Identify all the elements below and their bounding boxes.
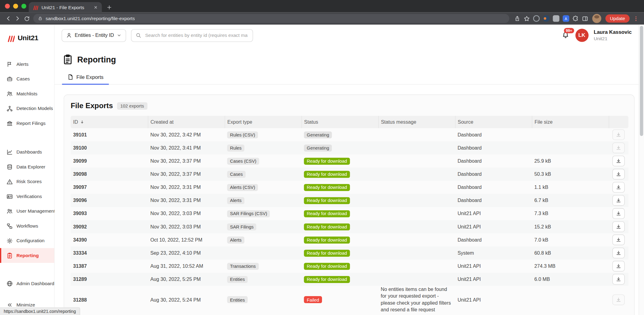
user-info[interactable]: Laura Kassovic Unit21 — [594, 29, 632, 41]
download-button[interactable] — [612, 261, 625, 271]
sidebar-item-alerts[interactable]: Alerts — [0, 57, 54, 72]
export-type-badge: Alerts — [227, 236, 245, 243]
sidebar-item-detection-models[interactable]: Detection Models — [0, 101, 54, 116]
sidebar-item-admin-dashboard[interactable]: Admin Dashboard — [0, 276, 54, 291]
tab-file-exports[interactable]: File Exports — [62, 71, 109, 84]
cell-file-size: 6.7 kB — [532, 194, 609, 207]
browser-menu-button[interactable] — [631, 13, 641, 23]
download-button[interactable] — [612, 235, 625, 245]
sidebar-item-configuration[interactable]: Configuration — [0, 233, 54, 248]
download-icon — [616, 237, 621, 243]
download-button[interactable] — [612, 182, 625, 193]
download-icon — [564, 16, 568, 20]
share-button[interactable] — [512, 13, 522, 23]
download-button[interactable] — [612, 169, 625, 179]
page-scrollbar[interactable] — [639, 25, 644, 315]
download-button[interactable] — [612, 274, 625, 285]
reload-button[interactable] — [22, 13, 32, 23]
cell-created-at: Nov 30, 2022, 3:03 PM — [148, 220, 225, 233]
extension-icon[interactable] — [563, 15, 569, 22]
sidebar-item-workflows[interactable]: Workflows — [0, 218, 54, 233]
export-type-badge: Alerts — [227, 197, 245, 204]
zoom-window-button[interactable] — [21, 4, 26, 9]
close-window-button[interactable] — [5, 4, 10, 9]
cell-created-at: Nov 30, 2022, 3:31 PM — [148, 194, 225, 207]
plus-icon — [106, 5, 112, 10]
file-exports-table: IDCreated atExport typeStatusStatus mess… — [71, 116, 628, 313]
cell-created-at: Nov 30, 2022, 3:03 PM — [148, 207, 225, 220]
sidebar-item-report-filings[interactable]: Report Filings — [0, 116, 54, 131]
sidebar-item-cases[interactable]: Cases — [0, 72, 54, 87]
cell-id: 39093 — [71, 207, 148, 220]
extension-icon[interactable] — [533, 15, 540, 22]
sidebar-item-label: Detection Models — [16, 106, 53, 111]
data-icon — [7, 164, 13, 170]
download-button[interactable] — [612, 156, 625, 166]
user-org: Unit21 — [594, 36, 632, 41]
entity-filter-dropdown[interactable]: Entities - Entity ID — [62, 29, 126, 42]
scrollbar-thumb[interactable] — [640, 26, 643, 136]
cell-status-message — [378, 128, 455, 141]
cell-id: 31288 — [71, 286, 148, 313]
export-type-badge: Entities — [227, 296, 248, 303]
browser-tab[interactable]: Unit21 - File Exports — [29, 2, 102, 12]
extensions-menu-button[interactable] — [571, 13, 580, 23]
main-area: Entities - Entity ID 99+ LK Laura Kassov… — [55, 25, 644, 315]
new-tab-button[interactable] — [105, 3, 114, 12]
cell-actions — [609, 273, 628, 286]
browser-profile-avatar[interactable] — [592, 14, 601, 23]
extension-icon[interactable] — [543, 15, 550, 22]
forward-button[interactable] — [13, 13, 22, 23]
cell-status: Ready for download — [302, 194, 378, 207]
update-button[interactable]: Update — [605, 14, 630, 23]
address-bar[interactable]: sandbox1.unit21.com/reporting/file-expor… — [33, 14, 509, 23]
download-button[interactable] — [612, 248, 625, 258]
cell-export-type: Alerts — [225, 233, 301, 246]
gear-icon — [7, 238, 13, 244]
exports-count-badge: 102 exports — [117, 102, 147, 109]
cell-actions — [609, 220, 628, 233]
reload-icon — [24, 16, 30, 22]
search-input[interactable] — [144, 33, 249, 38]
unit21-logo[interactable]: Unit21 — [7, 33, 54, 44]
notifications-button[interactable]: 99+ — [562, 31, 570, 39]
side-panel-button[interactable] — [580, 13, 590, 23]
close-tab-icon[interactable] — [93, 5, 98, 10]
download-icon — [616, 263, 621, 269]
bank-icon — [7, 120, 13, 126]
sidebar-item-reporting[interactable]: Reporting — [0, 248, 54, 263]
cell-source: Dashboard — [455, 233, 532, 246]
chevron-down-icon — [117, 33, 122, 38]
download-icon — [616, 250, 621, 256]
table-row: 31289Aug 30, 2022, 5:25 PMEntitiesReady … — [71, 273, 628, 286]
sidebar-item-user-management[interactable]: User Management — [0, 204, 54, 219]
cell-file-size: 1.1 kB — [532, 181, 609, 194]
sidebar-item-verifications[interactable]: Verifications — [0, 189, 54, 204]
tab-label: File Exports — [76, 74, 104, 80]
sidebar-item-data-explorer[interactable]: Data Explorer — [0, 159, 54, 174]
download-button[interactable] — [612, 221, 625, 232]
browser-window: Unit21 - File Exports sandbox1.unit21.co… — [0, 0, 644, 315]
sidebar-item-dashboards[interactable]: Dashboards — [0, 145, 54, 160]
extension-icon[interactable] — [553, 15, 560, 22]
back-button[interactable] — [3, 13, 13, 23]
sidebar-item-risk-scores[interactable]: Risk Scores — [0, 174, 54, 189]
side-panel-icon — [582, 16, 588, 22]
column-header-id[interactable]: ID — [71, 116, 148, 128]
download-icon — [616, 224, 621, 230]
bookmark-button[interactable] — [522, 13, 531, 23]
download-icon — [616, 276, 621, 282]
download-button[interactable] — [612, 208, 625, 219]
app-topbar: Entities - Entity ID 99+ LK Laura Kassov… — [55, 25, 644, 46]
status-badge: Ready for download — [304, 250, 350, 257]
cell-actions — [609, 260, 628, 273]
sidebar-item-matchlists[interactable]: Matchlists — [0, 86, 54, 101]
risk-icon — [7, 179, 13, 185]
cell-status: Ready for download — [302, 260, 378, 273]
cell-status: Generating — [302, 128, 378, 141]
minimize-window-button[interactable] — [13, 4, 18, 9]
download-button[interactable] — [612, 195, 625, 206]
user-avatar[interactable]: LK — [575, 29, 588, 42]
card-header: File Exports 102 exports — [71, 101, 628, 110]
sidebar-item-label: Report Filings — [16, 121, 46, 126]
